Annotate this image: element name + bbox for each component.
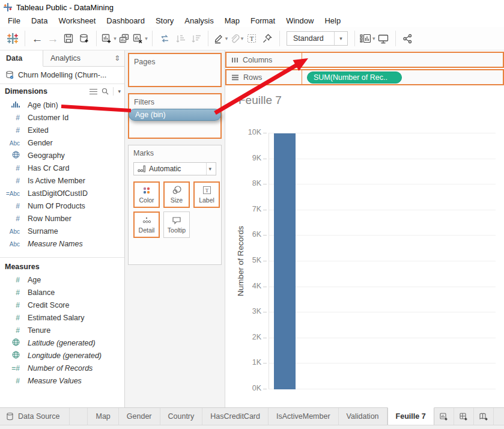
tab-feuille-7[interactable]: Feuille 7 <box>387 407 434 425</box>
shelf-column: Pages Filters Age (bin) Marks Automatic … <box>125 50 225 407</box>
field-age-bin[interactable]: Age (bin) <box>0 99 124 111</box>
field-label: Balance <box>28 288 55 297</box>
sort-ascending-button[interactable] <box>172 29 188 47</box>
field-balance[interactable]: # Balance <box>0 286 124 299</box>
chevron-down-icon[interactable]: ▾ <box>118 88 121 94</box>
tab-gender[interactable]: Gender <box>119 408 160 425</box>
title-bar: Tableau Public - DataMining <box>0 0 504 14</box>
menu-data[interactable]: Data <box>26 15 53 26</box>
label-button[interactable]: T Label <box>193 181 220 208</box>
duplicate-sheet-button[interactable] <box>117 29 132 47</box>
field-label: Tenure <box>28 326 50 335</box>
color-button[interactable]: Color <box>133 181 160 208</box>
field-measure-values[interactable]: # Measure Values <box>0 374 124 387</box>
menu-help[interactable]: Help <box>319 15 346 26</box>
field-surname[interactable]: Abc Surname <box>0 225 124 237</box>
menu-map[interactable]: Map <box>219 15 245 26</box>
field-measure-names[interactable]: Abc Measure Names <box>0 237 124 250</box>
sort-descending-button[interactable] <box>188 29 204 47</box>
swap-rows-columns-button[interactable] <box>157 29 172 47</box>
field-geography[interactable]: Geography <box>0 149 124 162</box>
undo-button[interactable]: ← <box>29 29 45 47</box>
tab-data-source[interactable]: Data Source <box>0 408 70 425</box>
field-age[interactable]: # Age <box>0 273 124 286</box>
plot-area[interactable] <box>269 133 496 389</box>
tab-map[interactable]: Map <box>88 408 118 425</box>
view-list-icon[interactable] <box>90 88 97 95</box>
field-customer-id[interactable]: # Customer Id <box>0 111 124 124</box>
bar-sum-number-of-records[interactable] <box>274 133 296 389</box>
highlight-button[interactable]: ▾ <box>213 29 228 47</box>
field-credit-score[interactable]: # Credit Score <box>0 299 124 311</box>
field-tenure[interactable]: # Tenure <box>0 324 124 336</box>
columns-shelf[interactable]: Columns <box>225 52 504 68</box>
menu-dashboard[interactable]: Dashboard <box>101 15 150 26</box>
field-lastdigitofcustid[interactable]: =Abc LastDigitOfCustID <box>0 187 124 199</box>
chevron-down-icon[interactable]: ▾ <box>225 35 228 41</box>
tab-isactivemember[interactable]: IsActiveMember <box>269 408 339 425</box>
pill-sum-number-of-records[interactable]: SUM(Number of Rec.. <box>307 72 402 84</box>
field-num-of-products[interactable]: # Num Of Products <box>0 199 124 212</box>
field-has-cr-card[interactable]: # Has Cr Card <box>0 162 124 174</box>
new-data-source-button[interactable] <box>76 29 92 47</box>
field-exited[interactable]: # Exited <box>0 124 124 136</box>
chevron-down-icon[interactable]: ▾ <box>145 35 148 41</box>
field-row-number[interactable]: # Row Number <box>0 212 124 225</box>
swap-panes-icon[interactable]: ⇕ <box>110 50 124 66</box>
menu-window[interactable]: Window <box>281 15 319 26</box>
fit-selector[interactable]: Standard ▾ <box>287 31 348 46</box>
tab-hascreditcard[interactable]: HasCreditCard <box>202 408 269 425</box>
menu-story[interactable]: Story <box>150 15 179 26</box>
tooltip-button[interactable]: Tooltip <box>163 211 190 238</box>
chevron-down-icon[interactable]: ▾ <box>241 35 244 41</box>
tab-validation[interactable]: Validation <box>339 408 387 425</box>
menu-analysis[interactable]: Analysis <box>179 15 219 26</box>
number-icon: # <box>16 114 20 122</box>
show-me-button[interactable]: ▾ <box>359 29 375 47</box>
new-worksheet-button[interactable]: ▾ <box>101 29 117 47</box>
field-is-active-member[interactable]: # Is Active Member <box>0 174 124 187</box>
share-button[interactable] <box>400 29 416 47</box>
chevron-down-icon[interactable]: ▾ <box>334 32 347 45</box>
y-tick: 8K <box>230 179 261 187</box>
menu-worksheet[interactable]: Worksheet <box>53 15 101 26</box>
field-number-of-records[interactable]: =# Number of Records <box>0 362 124 374</box>
tab-label: Country <box>168 412 195 421</box>
data-source-item[interactable]: Churn Modelling (Churn-... <box>0 67 124 84</box>
field-estimated-salary[interactable]: # Estimated Salary <box>0 311 124 324</box>
menu-file[interactable]: File <box>2 15 26 26</box>
pill-age-bin[interactable]: Age (bin) <box>129 109 221 121</box>
clear-sheet-button[interactable]: ▾ <box>132 29 148 47</box>
show-mark-labels-button[interactable]: T <box>244 29 260 47</box>
field-label: Age (bin) <box>28 101 58 109</box>
new-dashboard-tab-button[interactable] <box>454 408 474 425</box>
tab-country[interactable]: Country <box>160 408 203 425</box>
redo-button[interactable]: → <box>45 29 61 47</box>
sheet-view[interactable]: Feuille 7 Number of Records 10K 9K 8K 7K… <box>225 87 504 407</box>
chevron-down-icon[interactable]: ▾ <box>206 163 213 175</box>
save-button[interactable] <box>61 29 76 47</box>
tab-data[interactable]: Data <box>0 50 43 67</box>
menu-format[interactable]: Format <box>245 15 281 26</box>
data-pane-tabs: Data Analytics ⇕ <box>0 50 124 67</box>
size-button[interactable]: Size <box>163 181 190 208</box>
tableau-logo-icon[interactable] <box>5 29 20 47</box>
field-longitude-generated[interactable]: Longitude (generated) <box>0 349 124 362</box>
detail-button[interactable]: Detail <box>133 211 160 238</box>
field-latitude-generated[interactable]: Latitude (generated) <box>0 336 124 349</box>
tab-analytics[interactable]: Analytics <box>43 50 110 66</box>
filters-shelf[interactable]: Filters Age (bin) <box>128 93 222 139</box>
mark-type-dropdown[interactable]: Automatic ▾ <box>133 162 216 175</box>
field-label: Exited <box>28 126 49 135</box>
fix-axes-button[interactable] <box>260 29 275 47</box>
pages-shelf[interactable]: Pages <box>128 53 222 87</box>
presentation-mode-button[interactable] <box>375 29 391 47</box>
group-members-button[interactable]: ▾ <box>228 29 244 47</box>
search-icon[interactable] <box>102 88 109 95</box>
new-worksheet-tab-button[interactable] <box>434 408 454 425</box>
field-gender[interactable]: Abc Gender <box>0 136 124 149</box>
y-tick: 2K <box>230 333 261 341</box>
rows-label: Rows <box>243 73 262 82</box>
new-story-tab-button[interactable] <box>474 408 494 425</box>
rows-shelf[interactable]: Rows SUM(Number of Rec.. <box>225 69 504 85</box>
